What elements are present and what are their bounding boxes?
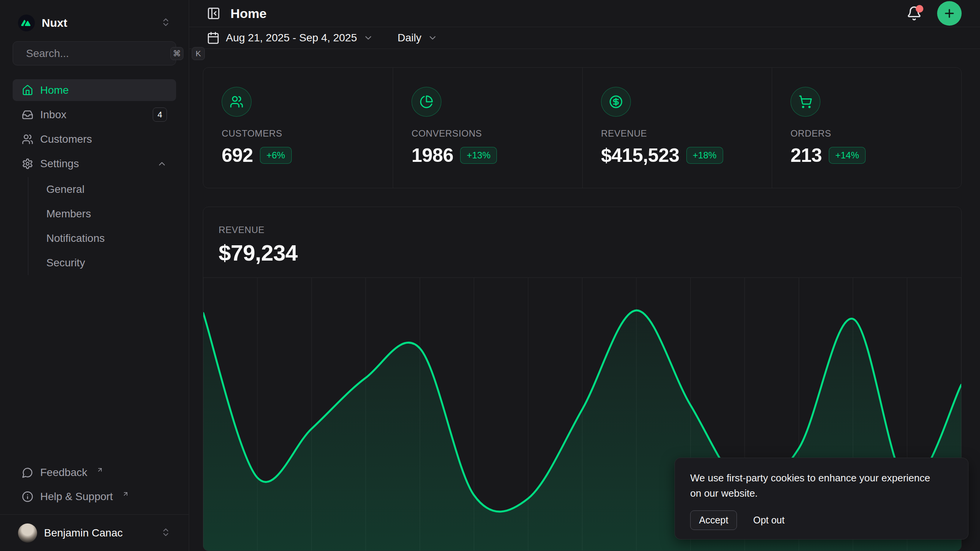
dollar-circle-icon [601,87,631,117]
chevrons-up-down-icon [161,17,171,29]
date-range-picker[interactable]: Aug 21, 2025 - Sep 4, 2025 [203,28,377,47]
sidebar-nav: Home Inbox 4 Customers Settings General … [13,79,176,275]
sidebar-user-section: Benjamin Canac [0,514,189,551]
stat-label: ORDERS [791,128,943,139]
sidebar-subitem-members[interactable]: Members [40,203,176,225]
stat-card-orders[interactable]: ORDERS 213 +14% [772,68,961,188]
stat-label: CONVERSIONS [412,128,564,139]
cookie-message: We use first-party cookies to enhance yo… [690,470,935,501]
chevron-down-icon [363,33,373,43]
shopping-cart-icon [791,87,820,117]
inbox-count-badge: 4 [153,108,167,122]
sidebar-subitem-notifications[interactable]: Notifications [40,228,176,249]
workspace-switcher[interactable]: Nuxt [13,11,176,35]
users-icon [222,87,252,117]
stat-delta-badge: +6% [260,147,292,164]
calendar-icon [207,31,220,44]
stat-delta-badge: +18% [686,147,723,164]
interval-label: Daily [398,32,421,44]
header-actions [906,1,962,26]
stat-delta-badge: +13% [460,147,497,164]
stat-value: 213 [791,144,822,166]
sidebar-spacer [13,275,176,461]
chat-bubble-icon [22,467,33,478]
revenue-label: REVENUE [219,225,946,235]
sidebar-item-label: Home [40,84,167,96]
sidebar-item-label: Feedback [40,466,87,479]
home-icon [22,85,33,96]
filters-toolbar: Aug 21, 2025 - Sep 4, 2025 Daily [189,27,980,49]
sidebar: Nuxt ⌘ K Home Inbox 4 Customers [0,0,189,551]
sidebar-item-label: Settings [40,158,150,170]
stat-card-revenue[interactable]: REVENUE $415,523 +18% [582,68,772,188]
pie-chart-icon [412,87,441,117]
add-button[interactable] [937,1,962,26]
kbd-cmd: ⌘ [170,47,183,60]
user-menu-button[interactable]: Benjamin Canac [13,519,176,547]
sidebar-item-settings[interactable]: Settings [13,153,176,174]
stat-value: $415,523 [601,144,679,166]
inbox-icon [22,109,33,121]
stat-label: REVENUE [601,128,753,139]
notifications-button[interactable] [906,6,922,21]
sidebar-item-help-support[interactable]: Help & Support [13,486,176,507]
plus-icon [943,7,956,20]
sidebar-item-home[interactable]: Home [13,79,176,101]
revenue-chart-header: REVENUE $79,234 [203,207,961,277]
sidebar-subitem-general[interactable]: General [40,179,176,200]
settings-sub-list: General Members Notifications Security [28,177,176,275]
cookie-consent-banner: We use first-party cookies to enhance yo… [675,458,969,540]
stats-grid: CUSTOMERS 692 +6% CONVERSIONS 1986 +13% [203,67,962,188]
sidebar-item-label: Customers [40,133,167,145]
cookie-actions: Accept Opt out [690,510,953,530]
external-link-icon [122,488,129,500]
external-link-icon [96,464,103,476]
sidebar-item-customers[interactable]: Customers [13,128,176,150]
optout-cookies-button[interactable]: Opt out [751,511,786,530]
revenue-value: $79,234 [219,240,946,266]
search-input[interactable] [26,47,164,60]
info-circle-icon [22,491,33,502]
sidebar-footer: Feedback Help & Support [13,461,176,514]
chevron-up-icon [157,159,167,169]
sidebar-subitem-security[interactable]: Security [40,252,176,274]
avatar [18,523,37,543]
gear-icon [22,158,33,170]
stat-card-conversions[interactable]: CONVERSIONS 1986 +13% [393,68,582,188]
stat-delta-badge: +14% [829,147,866,164]
notification-dot [916,5,923,13]
search-bar[interactable]: ⌘ K [13,41,176,65]
sidebar-item-label: Help & Support [40,491,113,503]
page-title: Home [230,6,897,21]
stat-value: 692 [222,144,253,166]
date-range-label: Aug 21, 2025 - Sep 4, 2025 [226,32,357,44]
user-name: Benjamin Canac [44,527,154,539]
chevrons-up-down-icon [161,527,171,539]
workspace-name: Nuxt [42,16,154,29]
nuxt-logo-icon [18,15,35,31]
sidebar-item-feedback[interactable]: Feedback [13,461,176,483]
sidebar-item-label: Inbox [40,109,146,121]
page-header: Home [189,0,980,27]
stat-label: CUSTOMERS [222,128,374,139]
interval-select[interactable]: Daily [394,29,441,47]
users-icon [22,134,33,145]
collapse-sidebar-button[interactable] [207,7,220,20]
stat-card-customers[interactable]: CUSTOMERS 692 +6% [203,68,393,188]
stat-value: 1986 [412,144,453,166]
panel-left-close-icon [207,7,220,20]
accept-cookies-button[interactable]: Accept [690,510,737,530]
sidebar-item-inbox[interactable]: Inbox 4 [13,104,176,126]
chevron-down-icon [428,33,438,43]
